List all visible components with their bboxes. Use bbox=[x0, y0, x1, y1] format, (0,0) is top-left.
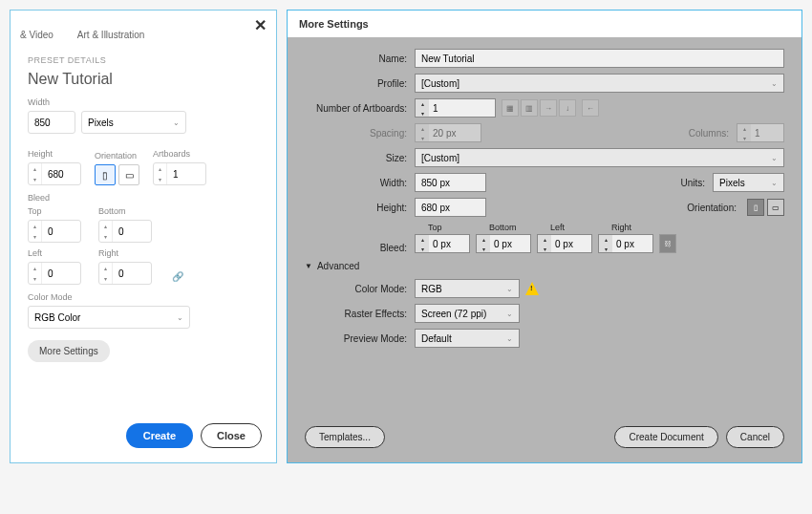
name-input[interactable]: New Tutorial bbox=[415, 49, 784, 68]
preview-select[interactable]: Default⌄ bbox=[415, 329, 520, 348]
link-bleed-icon[interactable]: ⛓ bbox=[659, 234, 676, 253]
orientation-portrait-button[interactable]: ▯ bbox=[95, 164, 116, 185]
arrange-grid-col-icon[interactable]: ▥ bbox=[521, 99, 538, 117]
close-button[interactable]: Close bbox=[201, 423, 262, 448]
r-height-input[interactable]: 680 px bbox=[415, 198, 486, 217]
r-colormode-label: Color Mode: bbox=[305, 284, 415, 294]
name-label: Name: bbox=[305, 54, 415, 64]
link-bleed-icon[interactable]: 🔗 bbox=[169, 268, 186, 285]
document-title[interactable]: New Tutorial bbox=[28, 71, 259, 88]
close-icon[interactable]: ✕ bbox=[254, 16, 267, 34]
tab-film-video[interactable]: & Video bbox=[20, 30, 53, 40]
r-bleed-bottom[interactable]: ▴▾0 px bbox=[476, 234, 531, 253]
color-mode-label: Color Mode bbox=[28, 292, 259, 302]
color-mode-select[interactable]: RGB Color⌄ bbox=[28, 306, 190, 329]
tab-art-illustration[interactable]: Art & Illustration bbox=[77, 30, 145, 40]
r-units-select[interactable]: Pixels⌄ bbox=[713, 173, 784, 192]
preset-details-label: PRESET DETAILS bbox=[28, 55, 259, 65]
r-height-label: Height: bbox=[305, 203, 415, 213]
spacing-input: ▴▾20 px bbox=[415, 123, 481, 142]
bleed-right-label: Right bbox=[98, 248, 152, 258]
profile-select[interactable]: [Custom]⌄ bbox=[415, 74, 784, 93]
r-orientation-landscape[interactable]: ▭ bbox=[767, 199, 784, 216]
units-select[interactable]: Pixels⌄ bbox=[81, 111, 186, 134]
orientation-landscape-button[interactable]: ▭ bbox=[118, 164, 139, 185]
more-settings-button[interactable]: More Settings bbox=[28, 340, 110, 362]
columns-label: Columns: bbox=[689, 128, 737, 139]
r-bleed-label: Bleed: bbox=[305, 243, 415, 253]
stepper-up-icon[interactable]: ▴ bbox=[154, 163, 166, 174]
r-orientation-label: Orientation: bbox=[687, 203, 744, 213]
category-tabs: & Video Art & Illustration bbox=[11, 11, 276, 46]
height-label: Height bbox=[28, 149, 81, 159]
bleed-left-label: Left bbox=[28, 248, 81, 258]
dialog-title: More Settings bbox=[288, 11, 801, 37]
r-units-label: Units: bbox=[680, 178, 713, 188]
arrange-grid-row-icon[interactable]: ▦ bbox=[502, 99, 519, 117]
r-bleed-right[interactable]: ▴▾0 px bbox=[598, 234, 653, 253]
raster-label: Raster Effects: bbox=[305, 309, 415, 319]
num-artboards-input[interactable]: ▴▾1 bbox=[415, 98, 496, 118]
size-select[interactable]: [Custom]⌄ bbox=[415, 148, 784, 167]
bleed-right-input[interactable]: ▴▾0 bbox=[98, 262, 152, 285]
arrange-rtl-icon[interactable]: ← bbox=[582, 99, 599, 117]
arrange-col-icon[interactable]: ↓ bbox=[559, 99, 576, 117]
bleed-left-input[interactable]: ▴▾0 bbox=[28, 262, 81, 285]
bleed-bottom-label: Bottom bbox=[98, 206, 152, 216]
width-input[interactable]: 850 bbox=[28, 111, 75, 134]
height-input[interactable]: ▴▾ 680 bbox=[28, 162, 81, 185]
r-bleed-top[interactable]: ▴▾0 px bbox=[415, 234, 470, 253]
bleed-bottom-input[interactable]: ▴▾0 bbox=[98, 220, 152, 243]
r-colormode-select[interactable]: RGB⌄ bbox=[415, 279, 520, 298]
columns-input: ▴▾1 bbox=[737, 123, 784, 142]
warning-icon bbox=[525, 282, 539, 295]
stepper-down-icon[interactable]: ▾ bbox=[154, 174, 166, 184]
r-bleed-left[interactable]: ▴▾0 px bbox=[537, 234, 592, 253]
advanced-toggle[interactable]: Advanced bbox=[305, 261, 784, 271]
r-width-input[interactable]: 850 px bbox=[415, 173, 486, 192]
create-button[interactable]: Create bbox=[126, 423, 193, 448]
orientation-label: Orientation bbox=[95, 151, 139, 161]
spacing-label: Spacing: bbox=[305, 128, 415, 139]
chevron-down-icon: ⌄ bbox=[177, 313, 183, 322]
size-label: Size: bbox=[305, 153, 415, 163]
create-document-button[interactable]: Create Document bbox=[614, 426, 717, 448]
stepper-down-icon[interactable]: ▾ bbox=[29, 174, 41, 184]
artboards-label: Artboards bbox=[153, 149, 206, 159]
raster-select[interactable]: Screen (72 ppi)⌄ bbox=[415, 304, 520, 323]
stepper-up-icon[interactable]: ▴ bbox=[29, 163, 41, 174]
r-width-label: Width: bbox=[305, 178, 415, 188]
preview-label: Preview Mode: bbox=[305, 333, 415, 344]
templates-button[interactable]: Templates... bbox=[305, 426, 385, 448]
chevron-down-icon: ⌄ bbox=[173, 118, 180, 127]
arrange-row-icon[interactable]: → bbox=[540, 99, 557, 117]
r-orientation-portrait[interactable]: ▯ bbox=[747, 199, 764, 216]
bleed-top-input[interactable]: ▴▾0 bbox=[28, 220, 81, 243]
artboards-input[interactable]: ▴▾ 1 bbox=[153, 162, 206, 185]
more-settings-dialog: More Settings Name: New Tutorial Profile… bbox=[287, 10, 802, 463]
new-document-panel: ✕ & Video Art & Illustration PRESET DETA… bbox=[10, 10, 277, 463]
bleed-top-label: Top bbox=[28, 206, 81, 216]
width-label: Width bbox=[28, 97, 259, 107]
profile-label: Profile: bbox=[305, 78, 415, 89]
cancel-button[interactable]: Cancel bbox=[726, 426, 784, 448]
num-artboards-label: Number of Artboards: bbox=[305, 103, 415, 114]
bleed-label: Bleed bbox=[28, 193, 259, 203]
